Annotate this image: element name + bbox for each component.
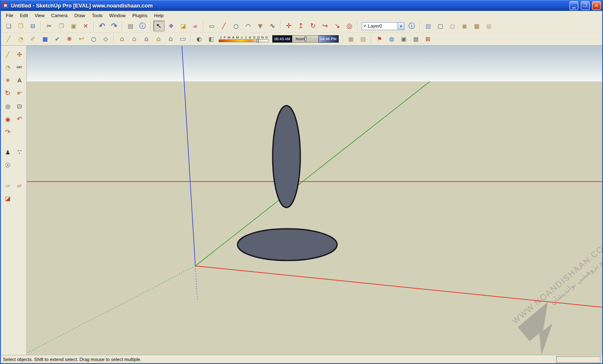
menu-plugins[interactable]: Plugins bbox=[129, 12, 151, 19]
view-top-button[interactable]: ⌂ bbox=[129, 33, 140, 44]
circle-shape-tool-button[interactable]: ○ bbox=[88, 33, 99, 44]
circle-tool-button[interactable]: ○ bbox=[230, 21, 242, 31]
tape-measure-button[interactable]: ╱ bbox=[3, 33, 14, 44]
polygon-tool-button[interactable]: ▼ bbox=[255, 21, 266, 31]
section-display-toggle-button[interactable]: ▱ bbox=[14, 180, 25, 191]
previous-view-tool-button[interactable]: ↶ bbox=[14, 114, 25, 125]
move-tool-button[interactable]: ✛ bbox=[283, 21, 294, 31]
sandbox-from-scratch-button[interactable]: ▤ bbox=[358, 33, 369, 44]
dimension-tool-button[interactable]: ✐ bbox=[27, 33, 39, 44]
make-component-button[interactable]: ❖ bbox=[165, 21, 177, 31]
protractor-tool-button[interactable]: ◔ bbox=[3, 62, 13, 73]
view-front-button[interactable]: ⌂ bbox=[141, 33, 152, 44]
check-tool-button[interactable]: ✔ bbox=[52, 33, 63, 44]
zoom-window-tool-button[interactable]: ⊡ bbox=[14, 101, 25, 112]
get-current-view-button[interactable]: ⚑ bbox=[374, 33, 385, 44]
diamond-shape-tool-button[interactable]: ◇ bbox=[100, 33, 111, 44]
arc-tool-button[interactable]: ◠ bbox=[242, 21, 254, 31]
view-iso-button[interactable]: ⌂ bbox=[116, 33, 128, 44]
toggle-terrain-button[interactable]: ◍ bbox=[386, 33, 397, 44]
pan-tool-button[interactable]: ☛ bbox=[14, 88, 25, 99]
layer-manager-button[interactable]: ⓘ bbox=[406, 21, 417, 31]
freehand-tool-button[interactable]: ∿ bbox=[267, 21, 278, 31]
restore-button[interactable]: ❐ bbox=[581, 1, 590, 10]
time-slider-thumb[interactable] bbox=[304, 36, 307, 41]
cut-button[interactable]: ✂ bbox=[44, 21, 55, 31]
add-detail-button[interactable]: ▩ bbox=[410, 33, 422, 44]
photo-textures-button[interactable]: ▣ bbox=[398, 33, 410, 44]
close-button[interactable]: ✕ bbox=[592, 1, 601, 10]
shadow-toggle-button[interactable]: ◧ bbox=[206, 33, 217, 44]
line-tool-button[interactable]: ╱ bbox=[218, 21, 229, 31]
follow-me-tool-button[interactable]: ↪ bbox=[320, 21, 331, 31]
menu-view[interactable]: View bbox=[31, 12, 48, 19]
print-button[interactable]: ▤ bbox=[125, 21, 136, 31]
shadow-settings-button[interactable]: ◐ bbox=[193, 33, 205, 44]
model-info-button[interactable]: ⓘ bbox=[137, 21, 148, 31]
tape-measure-button[interactable]: ╱ bbox=[3, 49, 13, 60]
text-tool-button[interactable]: ABC bbox=[14, 62, 25, 73]
open-file-button[interactable]: ❐ bbox=[15, 21, 26, 31]
section-plane-tool-button[interactable]: ▱ bbox=[3, 180, 13, 191]
scale-tool-button[interactable]: ↘ bbox=[332, 21, 343, 31]
menu-window[interactable]: Window bbox=[106, 12, 129, 19]
rectangle-tool-button[interactable]: ▭ bbox=[206, 21, 217, 31]
modeling-viewport[interactable]: انجمن علمی و پژوهشی نواندیشان WWW.NOANDI… bbox=[27, 46, 602, 355]
undo-button[interactable]: ↶ bbox=[96, 21, 108, 31]
look-around-tool-button[interactable]: ☉ bbox=[3, 160, 13, 171]
zoom-extents-tool-button[interactable]: ◉ bbox=[3, 114, 13, 125]
scale-axes-tool-button[interactable]: ✣ bbox=[14, 49, 25, 60]
push-pull-tool-button[interactable]: ↥ bbox=[295, 21, 307, 31]
textured-mode-button[interactable]: ▦ bbox=[471, 21, 482, 31]
redo-button[interactable]: ↷ bbox=[108, 21, 120, 31]
view-back-button[interactable]: ⌂ bbox=[165, 33, 176, 44]
vertical-ellipse-face[interactable] bbox=[273, 106, 300, 208]
walk-tool-button[interactable]: ∵ bbox=[14, 147, 25, 158]
menu-camera[interactable]: Camera bbox=[48, 12, 71, 19]
layer-dropdown[interactable]: ✔ Layer0 ▼ bbox=[362, 22, 405, 30]
next-view-tool-button[interactable]: ↷ bbox=[3, 127, 13, 138]
3d-text-tool-button[interactable]: A bbox=[14, 75, 25, 86]
title-bar[interactable]: Untitled - SketchUp Pro [EVAL] www.noand… bbox=[1, 0, 602, 11]
palette-tool-button[interactable]: ❋ bbox=[64, 33, 75, 44]
date-slider-track[interactable] bbox=[219, 39, 269, 42]
new-document-button[interactable]: ❏ bbox=[3, 21, 14, 31]
copy-button[interactable]: ❐ bbox=[56, 21, 67, 31]
position-camera-tool-button[interactable]: ♟ bbox=[3, 147, 13, 158]
zoom-tool-button[interactable]: ◎ bbox=[3, 101, 13, 112]
save-file-button[interactable]: ⊟ bbox=[27, 21, 39, 31]
menu-edit[interactable]: Edit bbox=[17, 12, 31, 19]
orbit-tool-button[interactable]: ↻ bbox=[3, 88, 13, 99]
sandbox-from-contours-button[interactable]: ▦ bbox=[345, 33, 357, 44]
section-cut-toggle-button[interactable]: ◪ bbox=[3, 193, 13, 204]
xray-mode-button[interactable]: ▨ bbox=[423, 21, 434, 31]
select-tool-button[interactable]: ↖ bbox=[153, 21, 165, 31]
date-slider-thumb[interactable] bbox=[257, 39, 259, 43]
protractor-tool-button[interactable]: ◔ bbox=[15, 33, 26, 44]
hidden-line-mode-button[interactable]: ◻ bbox=[447, 21, 458, 31]
time-slider-track[interactable]: Noon bbox=[292, 35, 318, 43]
wireframe-mode-button[interactable]: ▢ bbox=[435, 21, 446, 31]
menu-tools[interactable]: Tools bbox=[88, 12, 106, 19]
delete-button[interactable]: ✕ bbox=[80, 21, 91, 31]
rotate-tool-button[interactable]: ↻ bbox=[307, 21, 319, 31]
axes-tool-button[interactable]: ✳ bbox=[3, 75, 13, 86]
eraser-tool-button[interactable]: ▰ bbox=[190, 21, 201, 31]
flip-edge-button[interactable]: ⊠ bbox=[423, 33, 434, 44]
paste-button[interactable]: ▣ bbox=[68, 21, 79, 31]
ground-ellipse-face[interactable] bbox=[237, 229, 337, 261]
measurements-box[interactable] bbox=[556, 356, 600, 363]
chevron-down-icon[interactable]: ▼ bbox=[397, 23, 404, 30]
menu-file[interactable]: File bbox=[3, 12, 17, 19]
cube-tool-button[interactable]: ■ bbox=[39, 33, 51, 44]
view-right-button[interactable]: ⌂ bbox=[153, 33, 164, 44]
minimize-button[interactable]: ▁ bbox=[570, 1, 578, 10]
menu-draw[interactable]: Draw bbox=[71, 12, 88, 19]
monochrome-mode-button[interactable]: ■ bbox=[483, 21, 495, 31]
back-arrow-tool-button[interactable]: ↩ bbox=[76, 33, 87, 44]
menu-help[interactable]: Help bbox=[151, 12, 167, 19]
paint-bucket-button[interactable]: ◪ bbox=[178, 21, 189, 31]
shaded-mode-button[interactable]: ◼ bbox=[459, 21, 470, 31]
shadow-date-slider[interactable]: JFMAMJJASOND bbox=[219, 36, 269, 42]
view-left-button[interactable]: ▭ bbox=[177, 33, 188, 44]
